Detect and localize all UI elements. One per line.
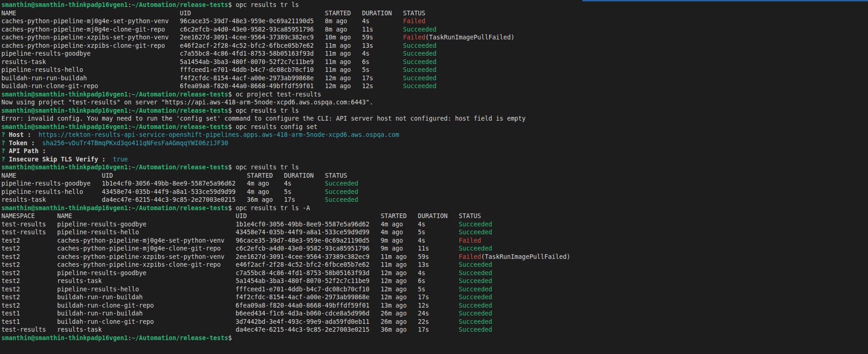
status-succeeded: Succeeded — [459, 310, 492, 317]
answer-gap — [105, 156, 113, 163]
column-gap — [91, 180, 102, 187]
terminal-output[interactable]: smanthin@smanthin-thinkpadp16vgen1:~/Aut… — [1, 1, 868, 354]
column-gap — [425, 237, 459, 244]
column-gap — [154, 302, 235, 309]
column-gap — [351, 58, 362, 65]
status-succeeded: Succeeded — [459, 229, 492, 236]
table-header-row: NAME UID STARTED DURATION STATUS — [1, 9, 868, 18]
table-cell: test2 — [1, 261, 20, 268]
table-cell: test2 — [1, 302, 20, 309]
column-gap — [370, 18, 403, 25]
command-text: opc results tr ls — [235, 1, 299, 8]
table-cell: 26m ago — [381, 318, 407, 325]
column-gap — [46, 229, 57, 236]
column-gap — [370, 277, 381, 284]
status-succeeded: Succeeded — [325, 180, 359, 187]
table-cell: 4s — [418, 237, 425, 244]
column-gap — [313, 83, 325, 90]
column-gap — [370, 58, 403, 65]
status-succeeded: Succeeded — [459, 221, 492, 228]
column-gap — [429, 253, 459, 260]
column-header: NAME — [1, 172, 16, 179]
table-cell: test2 — [1, 286, 20, 293]
column-gap — [20, 310, 57, 317]
table-cell: 43458e74-035b-44f9-a8a1-533ce59d9d99 — [235, 229, 369, 236]
column-gap — [313, 18, 325, 25]
table-row: test2 caches-python-pipeline-mj0g4e-set-… — [1, 237, 868, 245]
table-cell: pipeline-results-hello — [57, 229, 139, 236]
column-gap — [351, 83, 362, 90]
table-cell: buildah-run-clone-git-repo — [57, 302, 154, 309]
question-label: Host : — [9, 131, 31, 138]
column-header: STARTED — [325, 10, 351, 17]
column-gap — [347, 18, 362, 25]
table-row: pipeline-results-hello 43458e74-035b-44f… — [1, 188, 868, 196]
table-cell: buildah-run-run-buildah — [57, 294, 143, 301]
prompt-user-host: smanthin@smanthin-thinkpadp16vgen1 — [1, 107, 128, 114]
status-succeeded: Succeeded — [403, 26, 437, 33]
column-gap — [403, 237, 418, 244]
command-text: opc results tr ls — [235, 164, 299, 171]
status-succeeded: Succeeded — [403, 75, 437, 82]
table-row: caches-python-pipeline-xzpibs-clone-git-… — [1, 42, 868, 50]
column-gap — [292, 180, 325, 187]
column-gap — [370, 66, 403, 73]
prompt-path: ~/Automation/release-tests — [131, 335, 228, 341]
table-cell: buildah-run-run-buildah — [57, 310, 143, 317]
table-cell: 17s — [362, 75, 373, 82]
column-gap — [314, 172, 325, 179]
column-gap — [403, 229, 418, 236]
column-gap — [273, 196, 284, 203]
column-gap — [407, 261, 418, 268]
output-line: Now using project "test-results" on serv… — [1, 98, 868, 107]
column-header: UID — [235, 212, 247, 219]
prompt-user-host: smanthin@smanthin-thinkpadp16vgen1 — [1, 1, 128, 8]
column-header: UID — [180, 10, 191, 17]
table-row: buildah-run-clone-git-repo 6fea09a8-f820… — [1, 82, 868, 90]
question-answer: true — [113, 156, 128, 163]
question-icon: ? — [1, 140, 9, 147]
column-header: STARTED — [381, 212, 407, 219]
table-cell: 13m ago — [381, 302, 407, 309]
column-gap — [269, 180, 284, 187]
prompt-line: smanthin@smanthin-thinkpadp16vgen1:~/Aut… — [1, 107, 868, 115]
column-gap — [370, 302, 381, 309]
prompt-user-host: smanthin@smanthin-thinkpadp16vgen1 — [1, 335, 128, 341]
table-cell: b6eed434-f1c6-4d3a-b060-cdce8a5d996d — [235, 310, 369, 317]
column-gap — [83, 188, 102, 195]
status-succeeded: Succeeded — [403, 50, 437, 57]
table-cell: da4ec47e-6215-44c3-9c85-2e27003e0215 — [235, 326, 369, 333]
column-gap — [425, 286, 459, 293]
question-icon: ? — [1, 131, 9, 138]
question-line: ? Token : sha256~vDuTr4TBmqPKxd3qo411qNF… — [1, 139, 868, 148]
table-row: results-task 5a1454ab-3ba3-480f-8070-52f… — [1, 58, 868, 66]
column-gap — [91, 50, 180, 57]
column-gap — [429, 245, 459, 252]
table-row: caches-python-pipeline-mj0g4e-clone-git-… — [1, 26, 868, 34]
question-line: ? Insecure Skip TLS Verify : true — [1, 155, 868, 164]
column-header: STATUS — [403, 10, 425, 17]
table-cell: caches-python-pipeline-mj0g4e-set-python… — [57, 237, 224, 244]
table-cell: da4ec47e-6215-44c3-9c85-2e27003e0215 — [102, 196, 235, 203]
table-cell: 2ee1627d-3091-4cee-9564-37389c382ec9 — [235, 253, 369, 260]
status-failed: Failed — [403, 34, 425, 41]
column-gap — [370, 270, 381, 277]
column-gap — [154, 318, 235, 325]
table-row: test2 pipeline-results-goodbye c7a55bc8-… — [1, 269, 868, 277]
column-gap — [20, 294, 57, 301]
question-label: API Path : — [9, 148, 46, 154]
table-row: test2 buildah-run-clone-git-repo 6fea09a… — [1, 302, 868, 310]
column-gap — [291, 188, 325, 195]
column-gap — [373, 42, 403, 49]
table-cell: c6c2efcb-a4d0-43e0-9582-93ca85951796 — [180, 26, 313, 33]
column-header: DURATION — [418, 212, 448, 219]
prompt-line: smanthin@smanthin-thinkpadp16vgen1:~/Aut… — [1, 334, 868, 342]
column-gap — [370, 221, 381, 228]
prompt-separator: : — [128, 205, 131, 212]
table-cell: test2 — [1, 277, 20, 284]
table-row: test2 caches-python-pipeline-mj0g4e-clon… — [1, 245, 868, 253]
column-gap — [407, 253, 418, 260]
column-gap — [370, 286, 381, 293]
table-cell: test-results — [1, 326, 46, 333]
table-row: caches-python-pipeline-xzpibs-set-python… — [1, 33, 868, 42]
